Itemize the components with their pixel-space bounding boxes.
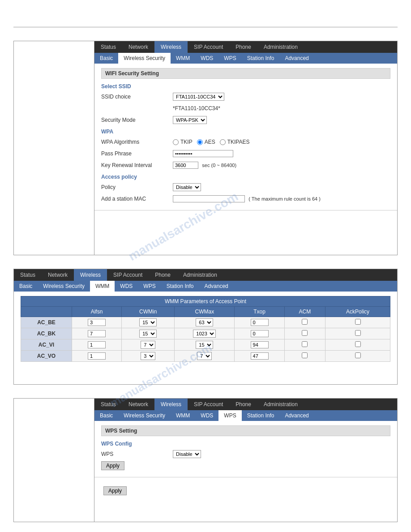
subnav-station-info[interactable]: Station Info — [242, 53, 280, 64]
panel1-nav: Status Network Wireless SIP Account Phon… — [94, 41, 397, 53]
ac-vi-aifsn-input[interactable] — [88, 341, 106, 348]
subnav-wps[interactable]: WPS — [218, 53, 241, 64]
p2-nav-sip[interactable]: SIP Account — [107, 269, 149, 281]
ac-be-cwmax-select[interactable]: 63 — [196, 318, 213, 326]
p3-nav-wireless[interactable]: Wireless — [154, 399, 188, 410]
key-renewal-input[interactable] — [173, 162, 198, 169]
table-row: AC_BK 15 1023 — [21, 328, 390, 339]
passphrase-input[interactable] — [173, 150, 233, 157]
ac-vo-cwmax-select[interactable]: 7 — [197, 352, 212, 360]
ac-bk-aifsn-input[interactable] — [88, 330, 106, 337]
ssid-choice-select[interactable]: FTA1101-10CC34 — [173, 93, 224, 101]
ac-be-txop-input[interactable] — [251, 319, 269, 326]
add-station-input[interactable] — [173, 195, 245, 202]
ac-vi-ackpolicy-checkbox[interactable] — [355, 341, 361, 347]
ac-vi-txop-input[interactable] — [251, 341, 269, 348]
radio-tkip[interactable] — [173, 139, 179, 145]
panel1-section: Status Network Wireless SIP Account Phon… — [13, 41, 398, 255]
panel3-apply-button[interactable]: Apply — [103, 486, 127, 495]
ac-be-aifsn-input[interactable] — [88, 319, 106, 326]
p3-subnav-basic[interactable]: Basic — [94, 410, 118, 421]
col-header-ackpolicy: AckPolicy — [325, 307, 390, 317]
subnav-wds[interactable]: WDS — [195, 53, 218, 64]
nav-network[interactable]: Network — [122, 41, 154, 53]
panel2-section: Status Network Wireless SIP Account Phon… — [13, 269, 398, 385]
nav-administration[interactable]: Administration — [257, 41, 304, 53]
p3-subnav-advanced[interactable]: Advanced — [279, 410, 314, 421]
p2-subnav-basic[interactable]: Basic — [14, 281, 38, 292]
ac-be-acm-checkbox[interactable] — [302, 319, 308, 325]
p2-subnav-wps[interactable]: WPS — [138, 281, 161, 292]
table-row: AC_VO 3 7 — [21, 351, 390, 362]
ac-be-ackpolicy-checkbox[interactable] — [355, 319, 361, 325]
subnav-wmm[interactable]: WMM — [171, 53, 195, 64]
p3-subnav-wps[interactable]: WPS — [218, 410, 241, 421]
p2-subnav-station-info[interactable]: Station Info — [161, 281, 199, 292]
p2-subnav-wireless-security[interactable]: Wireless Security — [38, 281, 90, 292]
subnav-advanced[interactable]: Advanced — [279, 53, 314, 64]
ac-bk-acm-checkbox[interactable] — [302, 330, 308, 336]
ac-vo-cwmin-select[interactable]: 3 — [141, 352, 155, 360]
radio-tkipaes[interactable] — [220, 139, 226, 145]
ac-bk-txop-input[interactable] — [251, 330, 269, 337]
radio-aes[interactable] — [197, 139, 203, 145]
wmm-table-title: WMM Parameters of Access Point — [21, 296, 390, 307]
ac-bk-ackpolicy-checkbox[interactable] — [355, 330, 361, 336]
p3-nav-network[interactable]: Network — [122, 399, 154, 410]
ssid-note-row: *FTA1101-10CC34* — [101, 103, 390, 113]
p3-subnav-wmm[interactable]: WMM — [171, 410, 195, 421]
p2-subnav-advanced[interactable]: Advanced — [199, 281, 233, 292]
col-header-txop: Txop — [235, 307, 284, 317]
row-ac-be-aifsn — [72, 317, 121, 328]
ac-vi-acm-checkbox[interactable] — [302, 341, 308, 347]
p3-subnav-station-info[interactable]: Station Info — [242, 410, 280, 421]
passphrase-value — [173, 150, 233, 157]
wps-value: Disable — [173, 450, 201, 458]
ac-vo-aifsn-input[interactable] — [88, 352, 106, 360]
policy-select[interactable]: Disable — [173, 183, 201, 191]
wps-config-label: WPS Config — [101, 441, 390, 447]
nav-phone[interactable]: Phone — [229, 41, 257, 53]
nav-sip-account[interactable]: SIP Account — [188, 41, 229, 53]
nav-wireless[interactable]: Wireless — [154, 41, 188, 53]
security-mode-value: WPA-PSK — [173, 116, 207, 124]
panel3-left — [14, 399, 94, 522]
ac-vo-ackpolicy-checkbox[interactable] — [355, 352, 361, 358]
ac-bk-cwmax-select[interactable]: 1023 — [193, 330, 216, 338]
p2-nav-phone[interactable]: Phone — [149, 269, 177, 281]
ac-bk-cwmin-select[interactable]: 15 — [139, 330, 157, 338]
p3-nav-phone[interactable]: Phone — [229, 399, 257, 410]
p2-nav-admin[interactable]: Administration — [177, 269, 223, 281]
wps-apply-button[interactable]: Apply — [101, 461, 124, 470]
ac-vi-cwmin-select[interactable]: 7 — [141, 341, 155, 349]
col-header-cwmin: CWMin — [122, 307, 175, 317]
wmm-table-container: WMM Parameters of Access Point Aifsn CWM… — [14, 292, 397, 366]
radio-tkip-label: TKIP — [173, 139, 193, 145]
p3-nav-admin[interactable]: Administration — [257, 399, 304, 410]
p3-subnav-wds[interactable]: WDS — [195, 410, 218, 421]
panel3-bottom: Apply — [94, 477, 397, 522]
p3-subnav-wireless-security[interactable]: Wireless Security — [118, 410, 171, 421]
p2-subnav-wds[interactable]: WDS — [115, 281, 138, 292]
p3-nav-sip[interactable]: SIP Account — [188, 399, 229, 410]
subnav-basic[interactable]: Basic — [94, 53, 118, 64]
subnav-wireless-security[interactable]: Wireless Security — [118, 53, 171, 64]
p2-nav-status[interactable]: Status — [14, 269, 42, 281]
key-renewal-row: Key Renewal Interval sec (0 ~ 86400) — [101, 160, 390, 170]
ac-be-cwmin-select[interactable]: 15 — [139, 318, 157, 326]
wpa-algorithms-value: TKIP AES TKIPAES — [173, 139, 249, 145]
passphrase-label: Pass Phrase — [101, 150, 173, 157]
ac-vo-txop-input[interactable] — [251, 352, 269, 360]
wps-row: WPS Disable — [101, 449, 390, 459]
ac-vo-acm-checkbox[interactable] — [302, 352, 308, 358]
p2-nav-network[interactable]: Network — [42, 269, 74, 281]
ac-vi-cwmax-select[interactable]: 15 — [196, 341, 213, 349]
p2-nav-wireless[interactable]: Wireless — [74, 269, 107, 281]
policy-label: Policy — [101, 184, 173, 190]
security-mode-select[interactable]: WPA-PSK — [173, 116, 207, 124]
policy-row: Policy Disable — [101, 182, 390, 192]
nav-status[interactable]: Status — [94, 41, 122, 53]
p2-subnav-wmm[interactable]: WMM — [90, 281, 115, 292]
wps-select[interactable]: Disable — [173, 450, 201, 458]
p3-nav-status[interactable]: Status — [94, 399, 122, 410]
